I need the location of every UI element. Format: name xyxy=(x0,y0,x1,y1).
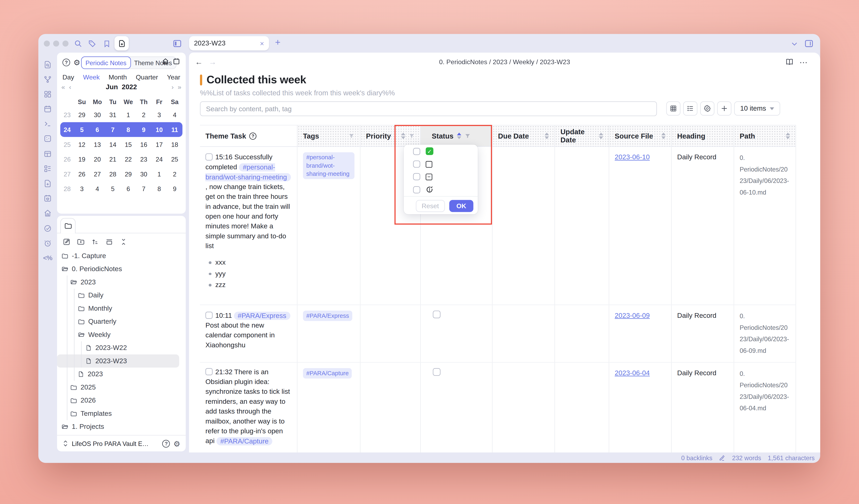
settings-gear-icon[interactable] xyxy=(700,101,714,116)
calendar-day[interactable]: 1 xyxy=(151,171,167,177)
selected-week-row[interactable]: 24 5 6 7 8 9 10 11 xyxy=(60,122,183,137)
tree-item-folder[interactable]: 2025 xyxy=(57,381,186,394)
calendar-day[interactable]: 21 xyxy=(105,156,121,162)
column-header-source-file[interactable]: Source File xyxy=(609,125,672,146)
column-header-tags[interactable]: Tags xyxy=(298,125,360,146)
calendar-day[interactable]: 19 xyxy=(74,156,90,162)
home-icon[interactable] xyxy=(162,58,169,65)
cell-update-date[interactable] xyxy=(555,147,609,305)
tag-chip[interactable]: #PARA/Express xyxy=(303,311,352,321)
reading-view-icon[interactable] xyxy=(785,58,794,66)
vault-switcher[interactable]: LifeOS Pro PARA Vault EN De... ? ⚙ xyxy=(57,435,186,452)
layout-icon[interactable] xyxy=(43,149,52,158)
status-checkbox[interactable] xyxy=(433,368,440,376)
week-number[interactable]: 23 xyxy=(60,111,74,118)
cell-status[interactable] xyxy=(421,363,493,453)
calendar-heart-icon[interactable] xyxy=(43,194,52,203)
calendar-day[interactable]: 29 xyxy=(121,171,136,177)
view-week[interactable]: Week xyxy=(83,73,100,81)
calendar-day[interactable]: 7 xyxy=(105,126,121,133)
vault-help-icon[interactable]: ? xyxy=(162,440,170,447)
week-number[interactable]: 28 xyxy=(60,185,74,192)
filter-icon[interactable] xyxy=(465,133,471,139)
cell-status[interactable] xyxy=(421,305,493,362)
tree-item-folder[interactable]: Monthly xyxy=(57,302,186,315)
filter-option-in-progress[interactable] xyxy=(404,183,478,196)
template-icon[interactable]: <% xyxy=(43,253,52,263)
sort-icon[interactable] xyxy=(545,133,549,139)
collapse-all-icon[interactable] xyxy=(119,238,127,246)
backlinks-count[interactable]: 0 backlinks xyxy=(681,455,712,461)
terminal-icon[interactable] xyxy=(43,119,52,129)
check-circle-icon[interactable] xyxy=(43,224,52,233)
right-sidebar-toggle-icon[interactable] xyxy=(804,39,814,48)
new-file-icon[interactable] xyxy=(43,179,52,188)
tree-item-folder[interactable]: Templates xyxy=(57,407,186,420)
week-number[interactable]: 25 xyxy=(60,141,74,148)
more-options-icon[interactable]: ⋯ xyxy=(799,58,808,67)
file-search-icon[interactable] xyxy=(43,60,52,69)
new-tab-button[interactable]: + xyxy=(275,37,281,48)
search-input[interactable] xyxy=(200,101,657,116)
kanban-list-icon[interactable] xyxy=(43,164,52,173)
table-view-icon[interactable] xyxy=(666,101,680,116)
calendar-day[interactable]: 31 xyxy=(105,111,121,118)
calendar-day[interactable]: 14 xyxy=(105,141,121,148)
calendar-day[interactable]: 5 xyxy=(105,185,121,192)
task-checkbox[interactable] xyxy=(206,368,212,375)
calendar-day[interactable]: 9 xyxy=(167,185,182,192)
tag-chip[interactable]: #PARA/Express xyxy=(234,311,290,320)
next-month-icon[interactable]: › xyxy=(171,83,174,91)
alarm-clock-icon[interactable] xyxy=(43,238,52,248)
cell-due-date[interactable] xyxy=(493,147,555,305)
calendar-day[interactable]: 6 xyxy=(90,126,105,133)
add-row-icon[interactable] xyxy=(717,101,732,116)
column-header-path[interactable]: Path xyxy=(734,125,796,146)
option-checkbox[interactable] xyxy=(413,186,420,193)
breadcrumb[interactable]: 0. PeriodicNotes / 2023 / Weekly / 2023-… xyxy=(189,58,820,66)
column-header-priority[interactable]: Priority xyxy=(360,125,421,146)
help-icon[interactable]: ? xyxy=(63,59,70,66)
calendar-day[interactable]: 20 xyxy=(90,156,105,162)
source-file-link[interactable]: 2023-06-04 xyxy=(615,369,650,377)
option-checkbox[interactable] xyxy=(413,173,420,180)
calendar-day[interactable]: 7 xyxy=(136,185,152,192)
calendar-day[interactable]: 24 xyxy=(151,156,167,162)
tree-item-file-selected[interactable]: 2023-W23 xyxy=(57,354,179,368)
cell-update-date[interactable] xyxy=(555,305,609,362)
tag-chip[interactable]: #PARA/Capture xyxy=(303,368,352,379)
filter-icon[interactable] xyxy=(409,133,415,139)
dice-icon[interactable] xyxy=(43,134,52,143)
calendar-day[interactable]: 30 xyxy=(90,111,105,118)
filter-option-done[interactable]: ✓ xyxy=(404,144,478,158)
new-note-button[interactable] xyxy=(115,36,129,50)
column-header-theme-task[interactable]: Theme Task ? xyxy=(200,125,298,146)
new-note-icon[interactable] xyxy=(63,238,71,246)
calendar-day[interactable]: 29 xyxy=(74,111,90,118)
status-checkbox[interactable] xyxy=(433,311,440,318)
sort-icon[interactable] xyxy=(661,133,666,139)
column-header-heading[interactable]: Heading xyxy=(672,125,734,146)
tree-item-folder[interactable]: Quarterly xyxy=(57,315,186,328)
calendar-day[interactable]: 28 xyxy=(105,171,121,177)
calendar-day[interactable]: 3 xyxy=(151,111,167,118)
calendar-day[interactable]: 2 xyxy=(167,171,182,177)
cell-priority[interactable] xyxy=(360,305,421,362)
window-minimize-button[interactable] xyxy=(53,41,59,47)
list-view-icon[interactable] xyxy=(683,101,697,116)
calendar-day[interactable]: 23 xyxy=(136,156,152,162)
ok-button[interactable]: OK xyxy=(449,200,473,212)
view-day[interactable]: Day xyxy=(63,73,74,81)
calendar-day[interactable]: 9 xyxy=(136,126,152,133)
source-file-link[interactable]: 2023-06-09 xyxy=(615,312,650,319)
character-count[interactable]: 1,561 characters xyxy=(768,455,815,461)
calendar-day[interactable]: 17 xyxy=(151,141,167,148)
settings-gear-icon[interactable]: ⚙ xyxy=(73,59,80,66)
calendar-day[interactable]: 18 xyxy=(167,141,182,148)
items-per-page-dropdown[interactable]: 10 items xyxy=(734,101,780,116)
next-year-icon[interactable]: » xyxy=(178,83,181,91)
week-number[interactable]: 27 xyxy=(60,171,74,177)
task-checkbox[interactable] xyxy=(206,312,212,319)
calendar-day[interactable]: 25 xyxy=(167,156,182,162)
tree-item-folder-open[interactable]: Weekly xyxy=(57,328,186,341)
